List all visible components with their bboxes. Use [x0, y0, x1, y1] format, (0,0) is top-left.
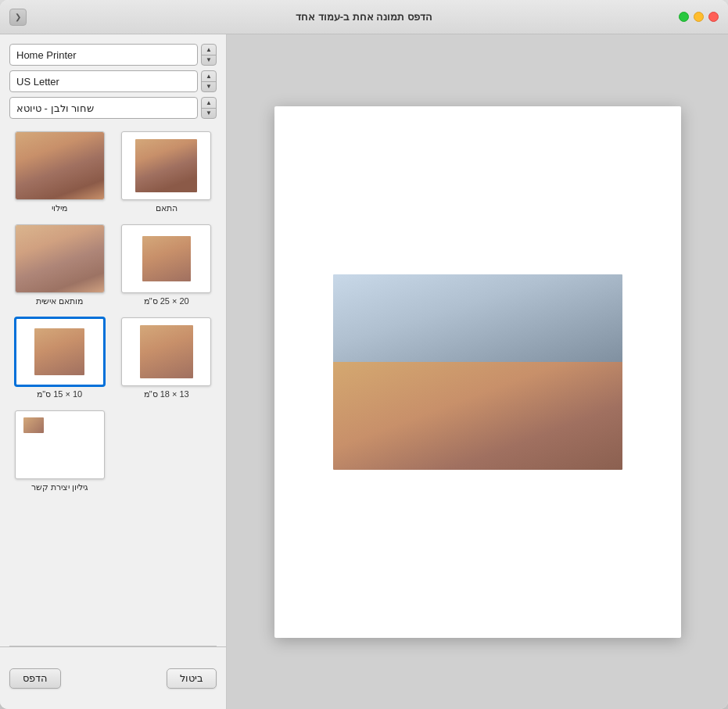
layout-10x15-box[interactable]	[15, 317, 105, 386]
paper-row: ▲ ▼ US Letter	[9, 70, 217, 92]
printer-stepper-down[interactable]: ▼	[202, 56, 216, 66]
print-window: ❯ הדפס תמונה אחת ב-עמוד אחד ▲ ▼ Home Pr	[0, 0, 728, 709]
close-button[interactable]	[708, 12, 719, 22]
layout-custom-label: מותאם אישית	[36, 296, 83, 306]
layout-20x25-item[interactable]: 20 × 25 ס"מ	[117, 224, 217, 306]
layout-10x15-label: 10 × 15 ס"מ	[37, 389, 82, 399]
svg-point-4	[454, 428, 467, 434]
layout-fit-box[interactable]	[121, 131, 211, 200]
preview-photo	[333, 274, 622, 470]
layout-fit-item[interactable]: התאם	[117, 131, 217, 213]
layout-20x25-label: 20 × 25 ס"מ	[144, 296, 189, 306]
cancel-button[interactable]: ביטול	[167, 668, 217, 689]
color-stepper-up[interactable]: ▲	[202, 98, 216, 109]
expand-button[interactable]: ❯	[9, 9, 27, 26]
layout-fill-box[interactable]	[15, 131, 105, 200]
layout-10x15-item[interactable]: 10 × 15 ס"מ	[9, 317, 110, 399]
left-panel: ▲ ▼ Home Printer ▲ ▼ US Letter	[0, 34, 227, 709]
layout-contact-label: גיליון יצירת קשר	[31, 482, 88, 492]
color-select[interactable]: שחור ולבן - טיוטא	[9, 97, 198, 119]
color-row: ▲ ▼ שחור ולבן - טיוטא	[9, 97, 217, 119]
svg-rect-0	[333, 274, 622, 368]
window-title: הדפס תמונה אחת ב-עמוד אחד	[296, 11, 432, 23]
color-stepper-down[interactable]: ▼	[202, 109, 216, 119]
layout-13x18-label: 13 × 18 ס"מ	[144, 389, 189, 399]
layout-contact-box[interactable]	[15, 410, 105, 479]
svg-point-3	[495, 312, 503, 320]
page-preview	[274, 106, 681, 638]
preview-panel	[227, 34, 728, 709]
layout-fit-label: התאם	[156, 203, 178, 213]
printer-stepper-up[interactable]: ▲	[202, 45, 216, 56]
preview-photo-svg	[333, 274, 622, 470]
svg-point-6	[460, 348, 480, 360]
svg-point-2	[461, 348, 479, 370]
titlebar: ❯ הדפס תמונה אחת ב-עמוד אחד	[0, 0, 728, 34]
layout-13x18-box[interactable]	[121, 317, 211, 386]
paper-stepper-down[interactable]: ▼	[202, 82, 216, 92]
controls-area: ▲ ▼ Home Printer ▲ ▼ US Letter	[0, 34, 226, 125]
layout-custom-box[interactable]	[15, 224, 105, 293]
svg-rect-1	[333, 360, 622, 470]
traffic-lights	[679, 12, 719, 22]
print-button[interactable]: הדפס	[9, 668, 61, 689]
color-stepper[interactable]: ▲ ▼	[201, 97, 217, 119]
layout-13x18-item[interactable]: 13 × 18 ס"מ	[117, 317, 217, 399]
svg-point-5	[481, 428, 493, 434]
paper-stepper-up[interactable]: ▲	[202, 71, 216, 82]
paper-select[interactable]: US Letter	[9, 70, 198, 92]
layout-fill-item[interactable]: מילוי	[9, 131, 110, 213]
layout-fill-label: מילוי	[52, 203, 67, 213]
minimize-button[interactable]	[694, 12, 704, 22]
paper-stepper[interactable]: ▲ ▼	[201, 70, 217, 92]
maximize-button[interactable]	[679, 12, 689, 22]
layout-contact-item[interactable]: גיליון יצירת קשר	[9, 410, 110, 492]
printer-select[interactable]: Home Printer	[9, 44, 198, 66]
bottom-bar: הדפס ביטול	[0, 646, 226, 709]
layout-20x25-box[interactable]	[121, 224, 211, 293]
printer-stepper[interactable]: ▲ ▼	[201, 44, 217, 66]
printer-row: ▲ ▼ Home Printer	[9, 44, 217, 66]
layout-custom-item[interactable]: מותאם אישית	[9, 224, 110, 306]
main-content: ▲ ▼ Home Printer ▲ ▼ US Letter	[0, 34, 728, 709]
layout-thumbnails: מילוי התאם מותאם אישית	[0, 125, 226, 646]
